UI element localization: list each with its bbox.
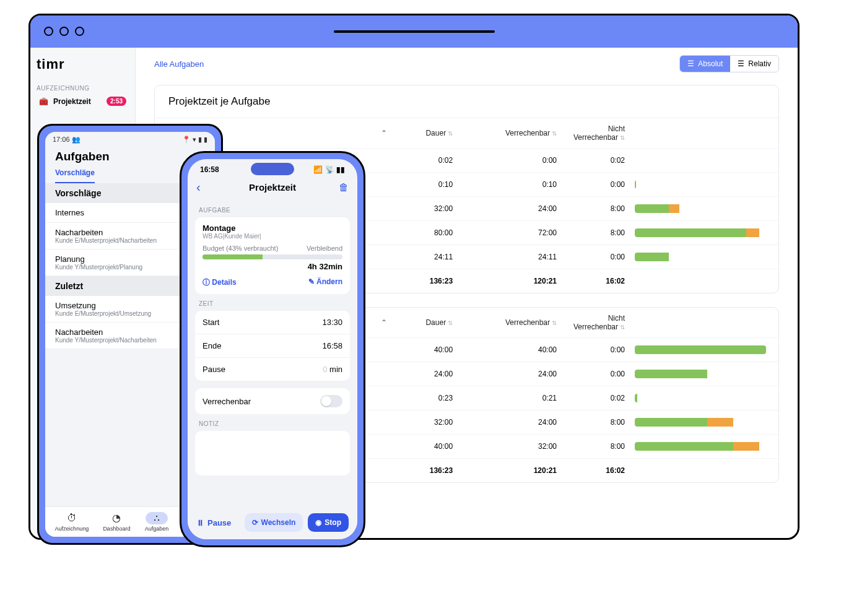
value: 16:58: [322, 341, 342, 350]
cell-bar: [630, 149, 778, 173]
iphone-body: AUFGABE Montage WB AG|Kunde Maier| Budge…: [188, 198, 357, 506]
window-drag-handle[interactable]: [334, 30, 495, 33]
swap-icon: ⟳: [252, 518, 258, 527]
cell-verr: 72:00: [458, 221, 562, 245]
label: Ende: [203, 341, 221, 350]
android-statusbar: 17:06 👥 📍 ▾ ▮ ▮: [45, 132, 215, 147]
total-verr: 120:21: [458, 269, 562, 293]
cell-bar: [630, 386, 778, 410]
cell-bar: [630, 410, 778, 435]
expand-icon[interactable]: ⌃: [378, 318, 390, 327]
col-verrechenbar[interactable]: Verrechenbar⇅: [458, 118, 562, 149]
cell-nicht: 0:02: [562, 149, 630, 173]
details-link[interactable]: ⓘ Details: [203, 277, 237, 288]
task-card[interactable]: Montage WB AG|Kunde Maier| Budget (43% v…: [195, 217, 350, 294]
toggle-label: Verrechenbar: [203, 397, 251, 406]
view-toggle: ☰ Absolut ☰ Relativ: [679, 55, 779, 72]
remaining-value: 4h 32min: [203, 262, 342, 271]
logo: timr: [37, 56, 129, 72]
sidebar-section: AUFZEICHNUNG: [37, 85, 129, 92]
switch-button[interactable]: ⟳ Wechseln: [245, 513, 303, 532]
pause-row[interactable]: Pause 0 min: [195, 358, 350, 381]
tree-icon: ⛬: [146, 512, 168, 524]
expand-icon[interactable]: ⌃: [378, 129, 390, 137]
pencil-icon: ✎: [308, 277, 315, 286]
cell-verr: 40:00: [458, 338, 562, 362]
delete-button[interactable]: 🗑: [339, 182, 349, 193]
battery-icon: ▮▮: [336, 165, 345, 174]
label: Wechseln: [261, 518, 296, 527]
col-nicht-verrechenbar[interactable]: Nicht Verrechenbar⇅: [562, 118, 630, 149]
label: Stop: [325, 518, 341, 527]
cell-nicht: 8:00: [562, 435, 630, 459]
cell-dauer: 32:00: [395, 410, 458, 435]
unit: min: [329, 365, 342, 374]
col-nicht-verrechenbar[interactable]: Nicht Verrechenbar⇅: [562, 308, 630, 338]
pause-button[interactable]: ⏸ Pause: [196, 518, 231, 527]
pause-icon: ⏸: [196, 518, 204, 527]
sidebar-item-label: Projektzeit: [53, 97, 91, 106]
pie-icon: ◔: [106, 512, 127, 524]
cell-dauer: 80:00: [395, 221, 458, 245]
cell-bar: [630, 245, 778, 269]
status-time: 17:06: [53, 136, 70, 143]
sidebar-item-projektzeit[interactable]: 🧰 Projektzeit 2:53: [37, 92, 129, 111]
nav-label: Aufgaben: [145, 526, 169, 532]
billable-switch[interactable]: [320, 395, 342, 407]
cell-nicht: 8:00: [562, 197, 630, 221]
label: Pause: [207, 518, 231, 527]
info-icon: ⓘ: [203, 278, 210, 287]
toggle-label: Absolut: [698, 59, 723, 68]
cell-dauer: 32:00: [395, 197, 458, 221]
back-button[interactable]: ‹: [196, 180, 201, 194]
cell-nicht: 0:00: [562, 362, 630, 386]
cell-dauer: 0:02: [395, 149, 458, 173]
cell-bar: [630, 338, 778, 362]
note-input[interactable]: [195, 431, 350, 475]
col-dauer[interactable]: Dauer⇅: [395, 308, 458, 338]
col-verrechenbar[interactable]: Verrechenbar⇅: [458, 308, 562, 338]
cell-verr: 24:11: [458, 245, 562, 269]
nav-label: Aufzeichnung: [55, 526, 89, 532]
ende-row[interactable]: Ende 16:58: [195, 334, 350, 358]
wifi-icon: ▾: [193, 136, 196, 143]
task-path: WB AG|Kunde Maier|: [203, 233, 342, 240]
sort-icon: ⇅: [448, 319, 453, 326]
wifi-icon: 📡: [325, 165, 334, 174]
cell-dauer: 40:00: [395, 338, 458, 362]
total-verr: 120:21: [458, 459, 562, 483]
cell-verr: 24:00: [458, 410, 562, 435]
section-zeit: ZEIT: [199, 300, 346, 307]
stop-button[interactable]: ◉ Stop: [308, 513, 349, 532]
sort-icon: ⇅: [620, 324, 625, 331]
bars-icon: ☰: [687, 59, 694, 68]
cell-verr: 24:00: [458, 362, 562, 386]
budget-label: Budget (43% verbraucht): [203, 245, 278, 252]
sort-icon: ⇅: [620, 134, 625, 141]
location-icon: 📍: [182, 136, 191, 143]
dynamic-island: [251, 163, 294, 175]
cell-nicht: 0:00: [562, 173, 630, 197]
nav-aufgaben[interactable]: ⛬ Aufgaben: [145, 512, 169, 532]
cell-bar: [630, 197, 778, 221]
breadcrumb[interactable]: Alle Aufgaben: [154, 59, 204, 69]
col-dauer[interactable]: Dauer⇅: [395, 118, 458, 149]
nav-aufzeichnung[interactable]: ⏱ Aufzeichnung: [55, 512, 89, 532]
sort-icon: ⇅: [552, 319, 557, 326]
time-list: Start 13:30 Ende 16:58 Pause 0 min: [195, 311, 350, 381]
toggle-absolut[interactable]: ☰ Absolut: [680, 56, 730, 72]
total-dauer: 136:23: [395, 459, 458, 483]
cell-dauer: 0:23: [395, 386, 458, 410]
stop-icon: ◉: [315, 518, 321, 527]
iphone-screen: 16:58 📶 📡 ▮▮ ‹ Projektzeit 🗑 AUFGABE Mon…: [188, 159, 357, 539]
tab-vorschlaege[interactable]: Vorschläge: [55, 168, 95, 183]
cell-dauer: 24:00: [395, 362, 458, 386]
window-controls[interactable]: [44, 27, 84, 36]
nav-dashboard[interactable]: ◔ Dashboard: [103, 512, 130, 532]
cell-bar: [630, 435, 778, 459]
cell-verr: 24:00: [458, 197, 562, 221]
toggle-relativ[interactable]: ☰ Relativ: [730, 56, 778, 72]
edit-link[interactable]: ✎ Ändern: [308, 277, 342, 288]
start-row[interactable]: Start 13:30: [195, 311, 350, 334]
value: 0: [323, 365, 327, 374]
